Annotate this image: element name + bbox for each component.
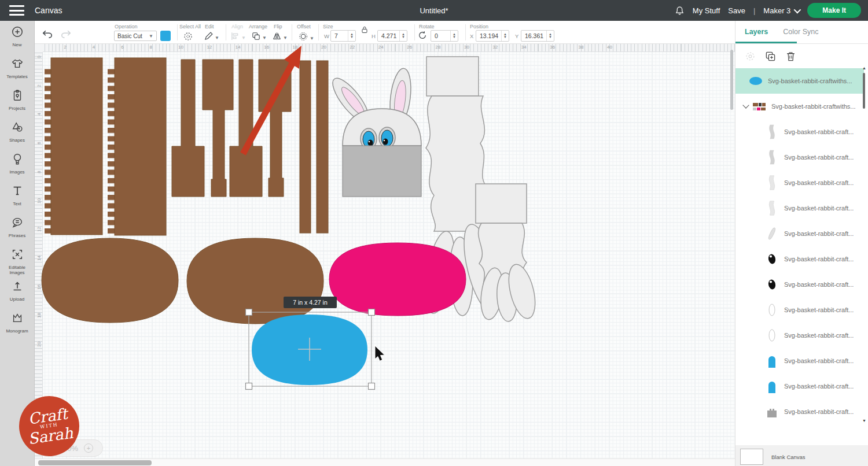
redo-icon[interactable] <box>60 29 72 40</box>
y-label: Y <box>515 33 518 39</box>
layer-row-child-10[interactable]: Svg-basket-rabbit-craft... <box>735 348 864 373</box>
sidebar-item-templates[interactable]: Templates <box>0 57 35 86</box>
shape-oval-brown-2[interactable] <box>187 238 323 324</box>
lock-icon[interactable] <box>361 25 368 36</box>
shape-basket-strut-2[interactable] <box>203 60 233 197</box>
flip-icon[interactable]: ▼ <box>272 31 288 43</box>
y-input[interactable]: 16.361 ▲▼ <box>521 30 554 42</box>
sidebar-item-projects[interactable]: Projects <box>0 89 35 118</box>
sidebar-item-upload[interactable]: Upload <box>0 280 35 309</box>
layers-vscroll[interactable]: ▲ ▼ <box>862 66 867 424</box>
rotate-icon[interactable] <box>418 31 427 42</box>
sidebar-item-text[interactable]: Text <box>0 184 35 213</box>
sidebar-item-label: Text <box>2 201 33 206</box>
shape-basket-strut-3[interactable] <box>230 60 262 197</box>
blank-canvas-row[interactable]: Blank Canvas <box>735 445 868 466</box>
layer-row-child-7[interactable]: Svg-basket-rabbit-craft... <box>735 272 864 297</box>
width-stepper[interactable]: ▲▼ <box>348 31 355 41</box>
align-label: Align <box>231 24 243 29</box>
save-link[interactable]: Save <box>728 6 745 15</box>
trash-icon[interactable] <box>785 51 796 62</box>
layer-row-child-12[interactable]: Svg-basket-rabbit-craft... <box>735 399 864 424</box>
x-input[interactable]: 13.194 ▲▼ <box>476 30 509 42</box>
layer-row-child-1[interactable]: Svg-basket-rabbit-craft... <box>735 119 864 145</box>
sidebar-item-shapes[interactable]: Shapes <box>0 121 35 150</box>
bunny-head-group[interactable] <box>327 67 421 197</box>
offset-icon[interactable]: ▼ <box>298 31 314 44</box>
sidebar-item-phrases[interactable]: Phrases <box>0 216 35 245</box>
layer-row-group[interactable]: Svg-basket-rabbit-craftwiths... <box>735 94 864 119</box>
undo-icon[interactable] <box>42 29 53 40</box>
height-input[interactable]: 4.271 ▲▼ <box>377 30 407 42</box>
machine-selector[interactable]: Maker 3 <box>763 6 799 15</box>
layer-thumb-white-oval <box>764 328 779 343</box>
color-swatch[interactable] <box>160 31 171 41</box>
layer-name: Svg-basket-rabbit-craftwiths... <box>771 103 856 110</box>
shape-basket-strut-1[interactable] <box>172 60 204 197</box>
chevron-down-icon[interactable] <box>742 102 749 108</box>
tab-layers[interactable]: Layers <box>745 28 768 37</box>
height-stepper[interactable]: ▲▼ <box>399 31 407 41</box>
shape-basket-strut-4[interactable] <box>259 60 291 197</box>
sidebar-item-monogram[interactable]: Monogram <box>0 312 35 341</box>
shape-basket-bar-2[interactable] <box>317 61 328 233</box>
bell-icon[interactable] <box>675 6 685 16</box>
layer-row-child-11[interactable]: Svg-basket-rabbit-craft... <box>735 373 864 399</box>
layer-thumb-blue-ellipse <box>748 76 763 86</box>
rotate-label: Rotate <box>419 24 435 29</box>
select-all-icon[interactable] <box>183 31 193 44</box>
layer-thumb-gray-sliver <box>764 226 779 241</box>
duplicate-icon[interactable] <box>765 51 776 62</box>
my-stuff-link[interactable]: My Stuff <box>693 6 720 15</box>
layer-name: Svg-basket-rabbit-craft... <box>784 230 854 237</box>
canvas-vscroll-thumb[interactable] <box>730 50 733 110</box>
shape-oval-pink[interactable] <box>329 243 466 316</box>
arrange-icon[interactable]: ▼ <box>251 31 267 43</box>
machine-name: Maker 3 <box>763 6 790 15</box>
shape-basket-bar-1[interactable] <box>300 61 311 233</box>
canvas-hscroll-thumb[interactable] <box>38 460 152 465</box>
layer-row-child-5[interactable]: Svg-basket-rabbit-craft... <box>735 221 864 246</box>
make-it-button[interactable]: Make It <box>807 3 861 18</box>
hamburger-menu-icon[interactable] <box>9 5 24 16</box>
rotate-input[interactable]: 0 ▲▼ <box>431 30 458 42</box>
shape-oval-brown-1[interactable] <box>42 238 178 323</box>
layer-row-selected[interactable]: Svg-basket-rabbit-craftwiths... <box>735 68 864 94</box>
operation-select[interactable]: Basic Cut▼ <box>114 31 157 41</box>
tab-color-sync[interactable]: Color Sync <box>783 28 818 37</box>
sidebar-item-new[interactable]: New <box>0 25 35 54</box>
sidebar-item-editable-images[interactable]: Editable Images <box>0 248 35 277</box>
layer-name: Svg-basket-rabbit-craft... <box>784 332 854 339</box>
layer-thumb-white-oval <box>764 302 779 317</box>
width-input[interactable]: 7 ▲▼ <box>330 30 356 42</box>
layer-row-child-3[interactable]: Svg-basket-rabbit-craft... <box>735 170 864 195</box>
size-label: Size <box>323 24 333 29</box>
x-stepper[interactable]: ▲▼ <box>501 31 509 41</box>
layers-panel: Layers Color Sync Svg-basket-rabbit-craf… <box>735 21 868 466</box>
blank-canvas-swatch[interactable] <box>740 449 763 465</box>
layer-name: Svg-basket-rabbit-craft... <box>784 306 854 313</box>
height-label: H <box>372 33 376 39</box>
zoom-in-button[interactable]: + <box>84 443 93 453</box>
canvas-hscroll-track[interactable] <box>35 458 735 466</box>
y-stepper[interactable]: ▲▼ <box>546 31 554 41</box>
operation-label: Operation <box>115 24 138 29</box>
layers-vscroll-thumb[interactable] <box>863 73 865 109</box>
edit-pencil-icon[interactable]: ▼ <box>204 31 219 43</box>
layer-row-child-8[interactable]: Svg-basket-rabbit-craft... <box>735 297 864 323</box>
scroll-up-arrow[interactable]: ▲ <box>862 66 867 70</box>
shape-furry-arm-2[interactable] <box>476 184 540 322</box>
shape-basket-side-comb-2[interactable] <box>108 58 166 235</box>
layer-row-child-2[interactable]: Svg-basket-rabbit-craft... <box>735 145 864 170</box>
sidebar-item-images[interactable]: Images <box>0 153 35 182</box>
layer-name: Svg-basket-rabbit-craft... <box>784 205 854 212</box>
x-label: X <box>470 33 473 39</box>
layer-row-child-9[interactable]: Svg-basket-rabbit-craft... <box>735 323 864 348</box>
shape-basket-side-comb-1[interactable] <box>45 58 102 235</box>
scroll-down-arrow[interactable]: ▼ <box>862 419 867 423</box>
layer-row-child-4[interactable]: Svg-basket-rabbit-craft... <box>735 195 864 221</box>
rotate-stepper[interactable]: ▲▼ <box>450 31 458 41</box>
layer-row-child-6[interactable]: Svg-basket-rabbit-craft... <box>735 246 864 272</box>
sidebar-item-label: Upload <box>2 297 33 302</box>
flip-label: Flip <box>274 24 282 29</box>
